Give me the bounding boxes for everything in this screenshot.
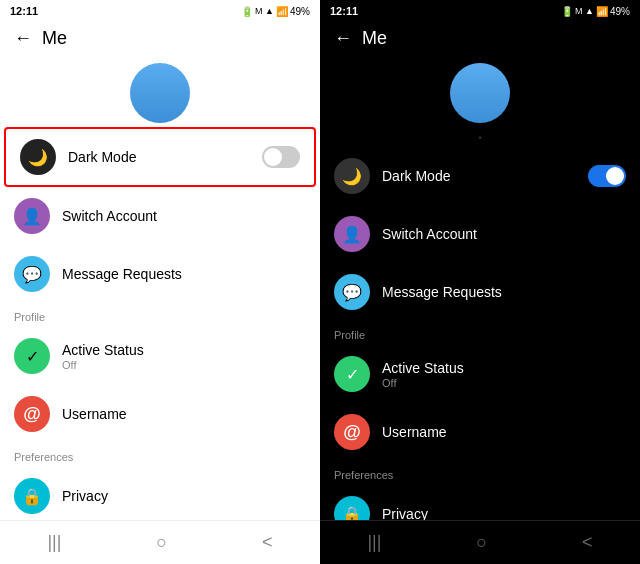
dark-mode-item-light[interactable]: 🌙 Dark Mode [4,127,316,187]
nav-recent-light[interactable]: ||| [47,532,61,553]
switch-account-icon-dark: 👤 [334,216,370,252]
dark-mode-icon-dark: 🌙 [334,158,370,194]
switch-account-item-dark[interactable]: 👤 Switch Account [320,205,640,263]
active-status-sub-light: Off [62,359,144,371]
privacy-icon-light: 🔒 [14,478,50,514]
nav-back-dark[interactable]: < [582,532,593,553]
dark-mode-item-dark[interactable]: 🌙 Dark Mode [320,147,640,205]
dark-mode-label-light: Dark Mode [68,149,250,165]
page-title-light: Me [42,28,67,49]
page-title-dark: Me [362,28,387,49]
username-label-light: Username [62,406,306,422]
back-button-dark[interactable]: ← [334,28,352,49]
message-requests-icon-light: 💬 [14,256,50,292]
privacy-item-dark[interactable]: 🔒 Privacy [320,485,640,520]
privacy-label-dark: Privacy [382,506,626,520]
top-bar-dark: ← Me [320,22,640,55]
settings-list-dark: 🌙 Dark Mode 👤 Switch Account 💬 Message R… [320,147,640,520]
active-status-icon-dark: ✓ [334,356,370,392]
dark-panel: 12:11 🔋 M ▲ 📶 49% ← Me • 🌙 Dark Mode 👤 S… [320,0,640,564]
nav-bar-light: ||| ○ < [0,520,320,564]
preferences-section-header-dark: Preferences [320,461,640,485]
active-status-label-dark: Active Status [382,360,464,376]
status-bar-dark: 12:11 🔋 M ▲ 📶 49% [320,0,640,22]
status-time-light: 12:11 [10,5,38,17]
username-item-light[interactable]: @ Username [0,385,320,443]
message-requests-item-dark[interactable]: 💬 Message Requests [320,263,640,321]
profile-section-header-light: Profile [0,303,320,327]
dot-indicator-dark: • [320,133,640,147]
username-label-dark: Username [382,424,626,440]
privacy-icon-dark: 🔒 [334,496,370,520]
dark-mode-toggle-light[interactable] [262,146,300,168]
message-requests-item-light[interactable]: 💬 Message Requests [0,245,320,303]
active-status-icon-light: ✓ [14,338,50,374]
switch-account-item-light[interactable]: 👤 Switch Account [0,187,320,245]
status-bar-light: 12:11 🔋 M ▲ 📶 49% [0,0,320,22]
settings-list-light: 🌙 Dark Mode 👤 Switch Account 💬 Message R… [0,127,320,520]
top-bar-light: ← Me [0,22,320,55]
active-status-sub-dark: Off [382,377,464,389]
avatar-area-dark [320,55,640,127]
profile-section-header-dark: Profile [320,321,640,345]
preferences-section-header-light: Preferences [0,443,320,467]
active-status-item-light[interactable]: ✓ Active Status Off [0,327,320,385]
username-icon-dark: @ [334,414,370,450]
username-icon-light: @ [14,396,50,432]
message-requests-icon-dark: 💬 [334,274,370,310]
nav-back-light[interactable]: < [262,532,273,553]
message-requests-label-light: Message Requests [62,266,306,282]
message-requests-label-dark: Message Requests [382,284,626,300]
active-status-label-light: Active Status [62,342,144,358]
dark-mode-icon-light: 🌙 [20,139,56,175]
dark-mode-label-dark: Dark Mode [382,168,576,184]
status-icons-dark: 🔋 M ▲ 📶 49% [561,6,630,17]
switch-account-icon-light: 👤 [14,198,50,234]
back-button-light[interactable]: ← [14,28,32,49]
status-time-dark: 12:11 [330,5,358,17]
nav-bar-dark: ||| ○ < [320,520,640,564]
dark-mode-toggle-dark[interactable] [588,165,626,187]
switch-account-label-dark: Switch Account [382,226,626,242]
nav-home-dark[interactable]: ○ [476,532,487,553]
switch-account-label-light: Switch Account [62,208,306,224]
privacy-item-light[interactable]: 🔒 Privacy [0,467,320,520]
nav-home-light[interactable]: ○ [156,532,167,553]
privacy-label-light: Privacy [62,488,306,504]
avatar-area-light [0,55,320,127]
avatar-dark [450,63,510,123]
active-status-item-dark[interactable]: ✓ Active Status Off [320,345,640,403]
light-panel: 12:11 🔋 M ▲ 📶 49% ← Me 🌙 Dark Mode 👤 Swi… [0,0,320,564]
status-icons-light: 🔋 M ▲ 📶 49% [241,6,310,17]
avatar-light [130,63,190,123]
username-item-dark[interactable]: @ Username [320,403,640,461]
nav-recent-dark[interactable]: ||| [367,532,381,553]
